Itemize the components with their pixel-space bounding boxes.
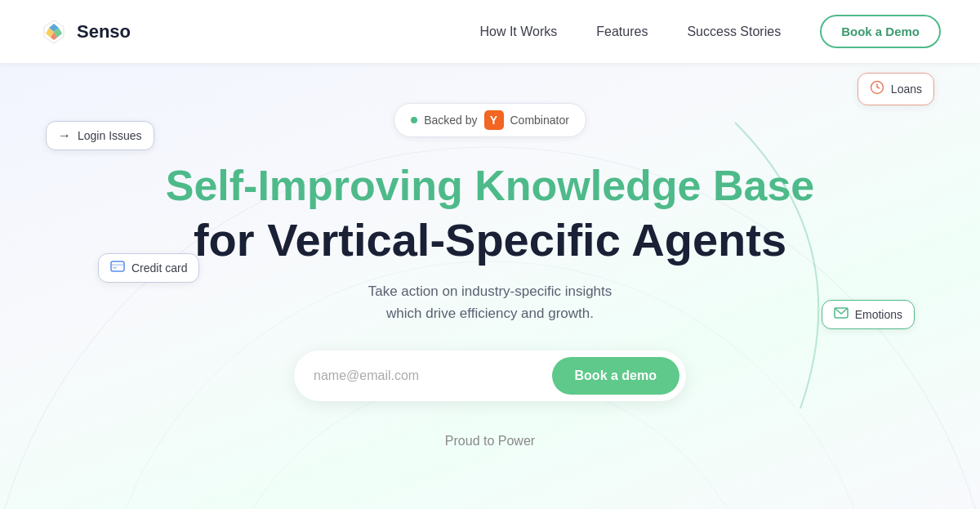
combinator-text: Combinator	[510, 114, 569, 127]
proud-to-power-text: Proud to Power	[445, 434, 535, 449]
login-label: Login Issues	[78, 129, 142, 142]
backed-by-badge: Backed by Y Combinator	[394, 103, 586, 137]
nav-link-how-it-works[interactable]: How It Works	[479, 25, 557, 39]
credit-card-icon	[110, 261, 125, 275]
badge-dot	[411, 117, 417, 123]
backed-by-text: Backed by	[424, 114, 477, 127]
navbar: Senso How It Works Features Success Stor…	[0, 0, 980, 64]
floating-badge-credit: Credit card	[98, 253, 199, 283]
loans-label: Loans	[891, 83, 922, 96]
svg-rect-8	[111, 261, 124, 271]
book-demo-button[interactable]: Book a demo	[552, 357, 679, 395]
svg-rect-9	[111, 264, 124, 266]
email-input[interactable]	[314, 368, 546, 383]
hero-headline-dark: for Vertical-Specific Agents	[194, 214, 786, 266]
nav-links: How It Works Features Success Stories Bo…	[479, 15, 941, 48]
credit-label: Credit card	[131, 261, 187, 275]
email-cta-form: Book a demo	[294, 350, 686, 401]
svg-rect-10	[113, 267, 117, 269]
nav-link-success-stories[interactable]: Success Stories	[687, 25, 781, 39]
emotions-icon	[834, 307, 849, 322]
logo[interactable]: Senso	[39, 17, 131, 47]
hero-subtext: Take action on industry-specific insight…	[368, 280, 612, 324]
nav-book-demo-button[interactable]: Book a Demo	[820, 15, 941, 48]
floating-badge-login: → Login Issues	[46, 121, 154, 150]
yc-logo-icon: Y	[484, 110, 504, 130]
floating-badge-emotions: Emotions	[822, 300, 915, 329]
nav-link-features[interactable]: Features	[596, 25, 648, 39]
loans-icon	[870, 80, 884, 98]
login-icon: →	[58, 128, 71, 143]
hero-headline-green: Self-Improving Knowledge Base	[166, 160, 815, 211]
logo-icon	[39, 17, 69, 47]
logo-text: Senso	[77, 21, 131, 42]
emotions-label: Emotions	[855, 308, 902, 321]
floating-badge-loans: Loans	[858, 73, 934, 105]
